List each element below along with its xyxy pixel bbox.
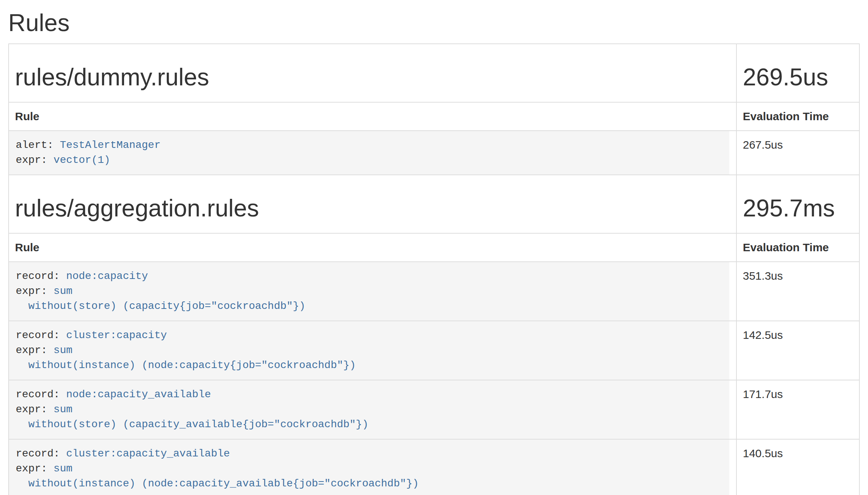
eval-time-column-header: Evaluation Time xyxy=(736,102,859,131)
eval-time-column-header: Evaluation Time xyxy=(736,233,859,262)
rule-code-line: expr: sum xyxy=(16,284,729,299)
rule-code: record: node:capacity_availableexpr: sum… xyxy=(9,380,729,439)
rule-group-header-row: rules/dummy.rules 269.5us xyxy=(9,44,859,102)
rule-keyword: record: xyxy=(16,448,66,459)
rule-link[interactable]: sum xyxy=(54,404,72,415)
rule-column-header: Rule xyxy=(9,102,736,131)
rule-eval-time-cell: 142.5us xyxy=(736,321,859,380)
rule-code-line: expr: vector(1) xyxy=(16,153,729,168)
rule-group-header-row: rules/aggregation.rules 295.7ms xyxy=(9,175,859,233)
rule-link[interactable]: node:capacity_available xyxy=(66,389,211,400)
rule-eval-time-cell: 267.5us xyxy=(736,131,859,175)
rule-link[interactable]: cluster:capacity_available xyxy=(66,448,230,459)
rule-cell: record: node:capacityexpr: sum without(s… xyxy=(9,262,736,321)
rule-eval-time: 351.3us xyxy=(743,270,783,282)
rule-link[interactable]: without(store) (capacity{job="cockroachd… xyxy=(16,300,305,312)
rule-group-eval-time-cell: 269.5us xyxy=(736,44,859,102)
rule-link[interactable]: sum xyxy=(54,285,72,297)
rule-row: record: cluster:capacityexpr: sum withou… xyxy=(9,321,859,380)
rule-keyword: expr: xyxy=(16,285,54,297)
rule-link[interactable]: without(instance) (node:capacity{job="co… xyxy=(16,359,356,371)
rule-code-line: without(instance) (node:capacity_availab… xyxy=(16,476,729,491)
rule-keyword: record: xyxy=(16,270,66,282)
rule-code-line: record: node:capacity_available xyxy=(16,387,729,402)
rule-link[interactable]: node:capacity xyxy=(66,270,148,282)
rule-code: record: node:capacityexpr: sum without(s… xyxy=(9,262,729,321)
rule-code-line: without(store) (capacity{job="cockroachd… xyxy=(16,299,729,314)
rule-code-line: without(store) (capacity_available{job="… xyxy=(16,417,729,432)
rule-keyword: expr: xyxy=(16,404,54,415)
rules-table: rules/dummy.rules 269.5us Rule Evaluatio… xyxy=(8,43,860,495)
rule-link[interactable]: TestAlertManager xyxy=(60,139,161,151)
rule-keyword: record: xyxy=(16,389,66,400)
rule-eval-time-cell: 351.3us xyxy=(736,262,859,321)
rule-code-line: expr: sum xyxy=(16,461,729,476)
rule-keyword: expr: xyxy=(16,154,54,166)
rule-eval-time: 140.5us xyxy=(743,447,783,459)
rule-eval-time-cell: 140.5us xyxy=(736,439,859,495)
rule-group-eval-time: 295.7ms xyxy=(743,195,853,222)
rule-code: record: cluster:capacity_availableexpr: … xyxy=(9,440,729,495)
rule-code-line: expr: sum xyxy=(16,343,729,358)
column-header-row: Rule Evaluation Time xyxy=(9,102,859,131)
rule-cell: record: cluster:capacity_availableexpr: … xyxy=(9,439,736,495)
rule-row: record: node:capacity_availableexpr: sum… xyxy=(9,380,859,439)
rule-cell: alert: TestAlertManagerexpr: vector(1) xyxy=(9,131,736,175)
rule-group-eval-time: 269.5us xyxy=(743,64,853,91)
rule-code-line: record: cluster:capacity xyxy=(16,328,729,343)
rules-page: Rules rules/dummy.rules 269.5us Rule Eva… xyxy=(0,10,868,495)
rule-eval-time: 267.5us xyxy=(743,139,783,151)
column-header-row: Rule Evaluation Time xyxy=(9,233,859,262)
rule-group-name-cell: rules/dummy.rules xyxy=(9,44,736,102)
rule-group-eval-time-cell: 295.7ms xyxy=(736,175,859,233)
rule-keyword: record: xyxy=(16,330,66,341)
rule-eval-time: 171.7us xyxy=(743,388,783,400)
rule-cell: record: cluster:capacityexpr: sum withou… xyxy=(9,321,736,380)
rule-link[interactable]: sum xyxy=(54,344,72,356)
rule-link[interactable]: cluster:capacity xyxy=(66,330,167,341)
rule-group-name: rules/aggregation.rules xyxy=(15,195,730,222)
rule-row: alert: TestAlertManagerexpr: vector(1) 2… xyxy=(9,131,859,175)
rule-code-line: record: cluster:capacity_available xyxy=(16,446,729,461)
rule-eval-time-cell: 171.7us xyxy=(736,380,859,439)
rule-code-line: record: node:capacity xyxy=(16,269,729,284)
rule-code-line: alert: TestAlertManager xyxy=(16,138,729,153)
rule-keyword: expr: xyxy=(16,344,54,356)
rule-link[interactable]: without(store) (capacity_available{job="… xyxy=(16,419,368,430)
rule-keyword: expr: xyxy=(16,463,54,474)
rule-code-line: without(instance) (node:capacity{job="co… xyxy=(16,358,729,373)
rule-group-name: rules/dummy.rules xyxy=(15,64,730,91)
rule-link[interactable]: vector(1) xyxy=(54,154,110,166)
page-title: Rules xyxy=(8,10,859,36)
rule-link[interactable]: without(instance) (node:capacity_availab… xyxy=(16,478,419,489)
rule-code: record: cluster:capacityexpr: sum withou… xyxy=(9,321,729,380)
rule-row: record: cluster:capacity_availableexpr: … xyxy=(9,439,859,495)
rule-cell: record: node:capacity_availableexpr: sum… xyxy=(9,380,736,439)
rule-group-name-cell: rules/aggregation.rules xyxy=(9,175,736,233)
rule-eval-time: 142.5us xyxy=(743,329,783,341)
rules-table-body: rules/dummy.rules 269.5us Rule Evaluatio… xyxy=(9,44,859,495)
rule-row: record: node:capacityexpr: sum without(s… xyxy=(9,262,859,321)
rule-link[interactable]: sum xyxy=(54,463,72,474)
rule-code-line: expr: sum xyxy=(16,402,729,417)
rule-column-header: Rule xyxy=(9,233,736,262)
rule-keyword: alert: xyxy=(16,139,60,151)
rule-code: alert: TestAlertManagerexpr: vector(1) xyxy=(9,131,729,174)
